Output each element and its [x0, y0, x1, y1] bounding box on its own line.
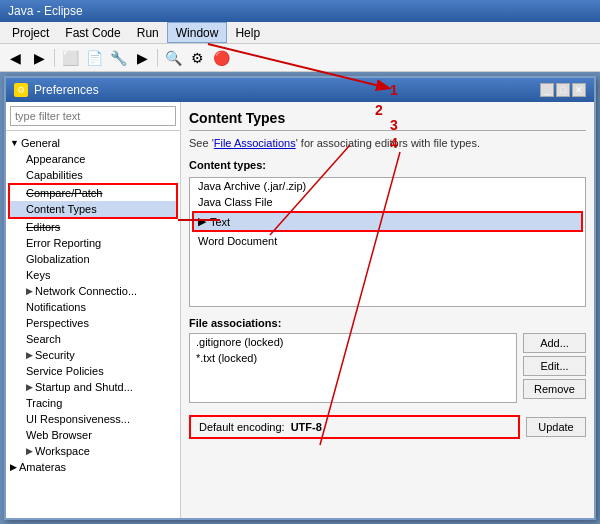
desc-part1: See ' [189, 137, 214, 149]
update-button[interactable]: Update [526, 417, 586, 437]
workspace-label: Workspace [35, 445, 90, 457]
title-bar: Java - Eclipse [0, 0, 600, 22]
fa-item-txt[interactable]: *.txt (locked) [190, 350, 516, 366]
maximize-btn[interactable]: □ [556, 83, 570, 97]
filter-area [6, 102, 180, 131]
preferences-title: Preferences [34, 83, 99, 97]
file-associations-link[interactable]: File Associations [214, 137, 296, 149]
menu-item-run[interactable]: Run [129, 22, 167, 43]
desc-part2: ' for associating editors with file type… [296, 137, 480, 149]
menu-item-fastcode[interactable]: Fast Code [57, 22, 128, 43]
tree-item-globalization[interactable]: Globalization [6, 251, 180, 267]
tree-item-ui-responsiveness[interactable]: UI Responsiveness... [6, 411, 180, 427]
text-label: Text [210, 216, 230, 228]
text-arrow-icon: ▶ [198, 215, 206, 228]
menu-bar: Project Fast Code Run Window Help [0, 22, 600, 44]
amateras-arrow: ▶ [10, 462, 17, 472]
tree-item-service-policies[interactable]: Service Policies [6, 363, 180, 379]
preferences-window: ⚙ Preferences _ □ ✕ ▼ General [4, 76, 596, 520]
red-box-compare-content: Compare/Patch Content Types [8, 183, 178, 219]
close-btn[interactable]: ✕ [572, 83, 586, 97]
toolbar-btn-4[interactable]: 📄 [83, 47, 105, 69]
tree-item-startup[interactable]: ▶ Startup and Shutd... [6, 379, 180, 395]
security-arrow: ▶ [26, 350, 33, 360]
content-types-list[interactable]: Java Archive (.jar/.zip) Java Class File… [189, 177, 586, 307]
tree-item-perspectives[interactable]: Perspectives [6, 315, 180, 331]
security-label: Security [35, 349, 75, 361]
toolbar-btn-6[interactable]: ▶ [131, 47, 153, 69]
file-assoc-label: File associations: [189, 317, 586, 329]
startup-label: Startup and Shutd... [35, 381, 133, 393]
content-types-title: Content Types [189, 110, 586, 131]
encoding-label: Default encoding: [199, 421, 285, 433]
toolbar-btn-9[interactable]: 🔴 [210, 47, 232, 69]
tree-item-compare[interactable]: Compare/Patch [10, 185, 176, 201]
pref-right-panel: Content Types See 'File Associations' fo… [181, 102, 594, 518]
encoding-value: UTF-8 [291, 421, 322, 433]
preferences-tree: ▼ General Appearance Capabilities Compar… [6, 131, 180, 518]
tree-item-workspace[interactable]: ▶ Workspace [6, 443, 180, 459]
tree-item-search[interactable]: Search [6, 331, 180, 347]
edit-button[interactable]: Edit... [523, 356, 586, 376]
menu-item-project[interactable]: Project [4, 22, 57, 43]
tree-item-capabilities[interactable]: Capabilities [6, 167, 180, 183]
add-button[interactable]: Add... [523, 333, 586, 353]
remove-button[interactable]: Remove [523, 379, 586, 399]
tree-item-general[interactable]: ▼ General [6, 135, 180, 151]
tree-item-appearance[interactable]: Appearance [6, 151, 180, 167]
pref-title-bar: ⚙ Preferences _ □ ✕ [6, 78, 594, 102]
network-label: Network Connectio... [35, 285, 137, 297]
amateras-label: Amateras [19, 461, 66, 473]
toolbar: ◀ ▶ ⬜ 📄 🔧 ▶ 🔍 ⚙ 🔴 [0, 44, 600, 72]
encoding-row: Default encoding: UTF-8 Update [189, 415, 586, 439]
tree-item-web-browser[interactable]: Web Browser [6, 427, 180, 443]
toolbar-btn-3[interactable]: ⬜ [59, 47, 81, 69]
file-assoc-list[interactable]: .gitignore (locked) *.txt (locked) [189, 333, 517, 403]
toolbar-sep-2 [157, 49, 158, 67]
tree-item-tracing[interactable]: Tracing [6, 395, 180, 411]
toolbar-btn-5[interactable]: 🔧 [107, 47, 129, 69]
tree-item-network[interactable]: ▶ Network Connectio... [6, 283, 180, 299]
ct-item-word-document[interactable]: Word Document [190, 233, 585, 249]
workspace: ⚙ Preferences _ □ ✕ ▼ General [0, 72, 600, 524]
pref-left-panel: ▼ General Appearance Capabilities Compar… [6, 102, 181, 518]
ct-item-java-archive[interactable]: Java Archive (.jar/.zip) [190, 178, 585, 194]
file-assoc-buttons: Add... Edit... Remove [523, 333, 586, 403]
title-bar-text: Java - Eclipse [8, 4, 83, 18]
preferences-icon: ⚙ [14, 83, 28, 97]
file-associations-section: File associations: .gitignore (locked) *… [189, 317, 586, 403]
tree-item-keys[interactable]: Keys [6, 267, 180, 283]
description: See 'File Associations' for associating … [189, 137, 586, 149]
tree-item-editors[interactable]: Editors [6, 219, 180, 235]
red-box-text-item: ▶ Text [192, 211, 583, 232]
tree-item-amateras[interactable]: ▶ Amateras [6, 459, 180, 475]
red-box-encoding: Default encoding: UTF-8 [189, 415, 520, 439]
pref-body: ▼ General Appearance Capabilities Compar… [6, 102, 594, 518]
file-assoc-row: .gitignore (locked) *.txt (locked) Add..… [189, 333, 586, 403]
menu-item-window[interactable]: Window [167, 22, 228, 43]
toolbar-btn-8[interactable]: ⚙ [186, 47, 208, 69]
tree-item-security[interactable]: ▶ Security [6, 347, 180, 363]
pref-title-left: ⚙ Preferences [14, 83, 99, 97]
tree-item-error-reporting[interactable]: Error Reporting [6, 235, 180, 251]
ct-item-text[interactable]: ▶ Text [194, 213, 581, 230]
general-arrow: ▼ [10, 138, 19, 148]
startup-arrow: ▶ [26, 382, 33, 392]
toolbar-btn-2[interactable]: ▶ [28, 47, 50, 69]
window-controls: _ □ ✕ [540, 83, 586, 97]
toolbar-btn-7[interactable]: 🔍 [162, 47, 184, 69]
menu-item-help[interactable]: Help [227, 22, 268, 43]
minimize-btn[interactable]: _ [540, 83, 554, 97]
general-label: General [21, 137, 60, 149]
fa-item-gitignore[interactable]: .gitignore (locked) [190, 334, 516, 350]
tree-item-notifications[interactable]: Notifications [6, 299, 180, 315]
toolbar-sep-1 [54, 49, 55, 67]
workspace-arrow: ▶ [26, 446, 33, 456]
network-arrow: ▶ [26, 286, 33, 296]
filter-input[interactable] [10, 106, 176, 126]
tree-item-content-types[interactable]: Content Types [10, 201, 176, 217]
toolbar-btn-1[interactable]: ◀ [4, 47, 26, 69]
content-types-label: Content types: [189, 159, 586, 171]
ct-item-java-class[interactable]: Java Class File [190, 194, 585, 210]
